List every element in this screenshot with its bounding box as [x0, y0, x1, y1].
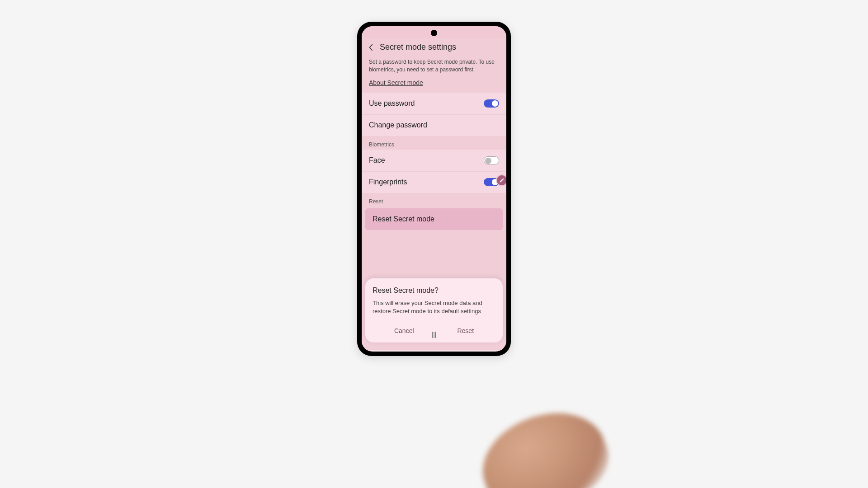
use-password-label: Use password	[369, 99, 415, 108]
dialog-body: This will erase your Secret mode data an…	[373, 299, 495, 315]
edit-badge[interactable]	[496, 174, 506, 186]
use-password-item[interactable]: Use password	[362, 93, 506, 114]
recents-nav-icon[interactable]: |||	[432, 331, 437, 338]
reset-confirm-dialog: Reset Secret mode? This will erase your …	[365, 278, 503, 343]
android-nav-bar: |||	[365, 328, 503, 341]
phone-frame: Secret mode settings Set a password to k…	[357, 22, 511, 356]
face-item[interactable]: Face	[362, 150, 506, 171]
page-title: Secret mode settings	[380, 42, 456, 52]
use-password-toggle[interactable]	[484, 99, 499, 108]
face-label: Face	[369, 156, 385, 164]
fingerprints-label: Fingerprints	[369, 178, 407, 186]
password-group: Use password Change password	[362, 93, 506, 136]
biometrics-section-header: Biometrics	[362, 136, 506, 150]
dialog-title: Reset Secret mode?	[373, 286, 495, 295]
toggle-knob	[485, 158, 491, 164]
back-button[interactable]	[366, 43, 375, 52]
reset-group: Reset Secret mode	[365, 208, 503, 230]
change-password-label: Change password	[369, 121, 427, 129]
about-secret-mode-link[interactable]: About Secret mode	[362, 79, 506, 93]
app-header: Secret mode settings	[362, 38, 506, 56]
change-password-item[interactable]: Change password	[362, 114, 506, 136]
biometrics-group: Face Fingerprints	[362, 150, 506, 193]
toggle-knob	[492, 100, 498, 107]
reset-secret-mode-item[interactable]: Reset Secret mode	[365, 208, 503, 230]
fingerprints-item[interactable]: Fingerprints	[362, 171, 506, 193]
phone-screen: Secret mode settings Set a password to k…	[362, 26, 506, 352]
user-finger	[469, 397, 619, 488]
chevron-left-icon	[368, 44, 373, 51]
camera-notch	[431, 30, 437, 36]
pencil-icon	[499, 178, 505, 183]
face-toggle[interactable]	[484, 156, 499, 164]
settings-description: Set a password to keep Secret mode priva…	[362, 56, 506, 79]
reset-secret-mode-label: Reset Secret mode	[373, 215, 434, 223]
reset-section-header: Reset	[362, 193, 506, 206]
